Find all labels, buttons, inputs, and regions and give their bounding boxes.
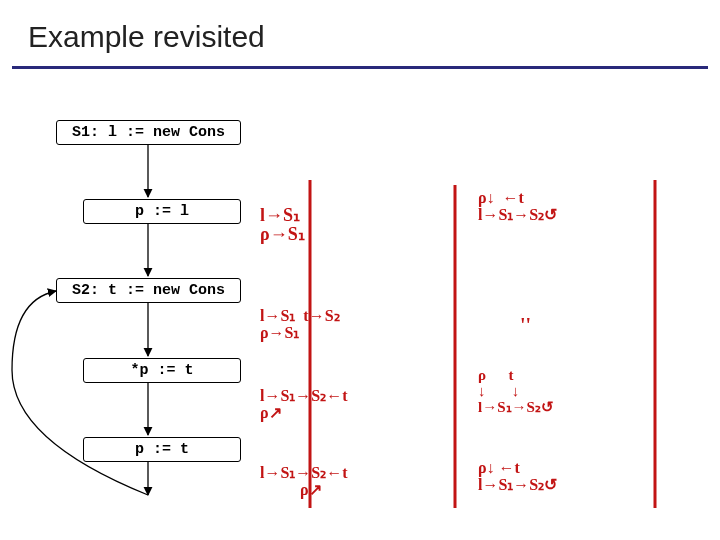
annot-col2-r4: ρ↓ ←t l→S₁→S₂↺ — [478, 460, 557, 494]
annot-col1-r3: l→S₁→S₂←t ρ↗ — [260, 388, 348, 422]
stmt-box-s2: S2: t := new Cons — [56, 278, 241, 303]
annot-col2-r2: '' — [520, 315, 531, 336]
title-rule — [12, 66, 708, 69]
stmt-box-p-l: p := l — [83, 199, 241, 224]
annot-col1-r2: l→S₁ t→S₂ ρ→S₁ — [260, 308, 340, 342]
slide-title: Example revisited — [28, 20, 265, 54]
stmt-box-s1: S1: l := new Cons — [56, 120, 241, 145]
stmt-box-starp-t: *p := t — [83, 358, 241, 383]
stmt-box-p-t: p := t — [83, 437, 241, 462]
annot-col2-r3: ρ t ↓ ↓ l→S₁→S₂↺ — [478, 368, 554, 415]
annot-col1-r4: l→S₁→S₂←t ρ↗ — [260, 465, 348, 499]
annot-col2-r0: ρ↓ ←t l→S₁→S₂↺ — [478, 190, 557, 224]
annot-col1-r1: l→S₁ ρ→S₁ — [260, 206, 305, 244]
